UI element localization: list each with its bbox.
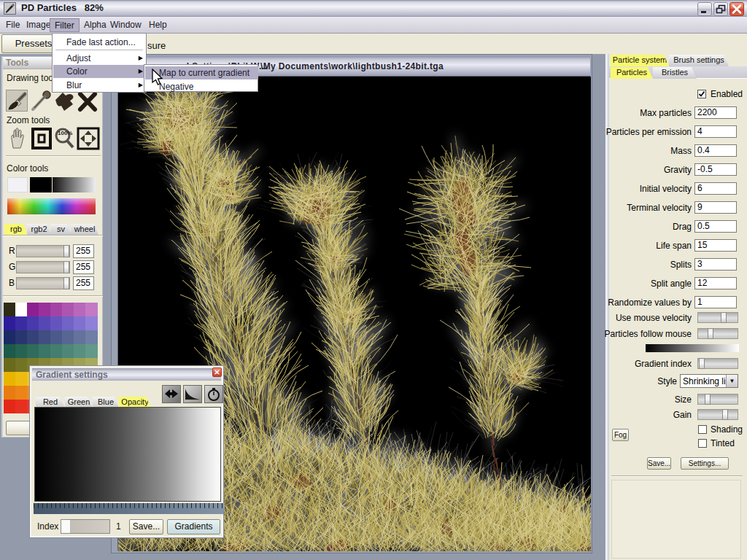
svg-text:100%: 100%	[58, 130, 72, 136]
